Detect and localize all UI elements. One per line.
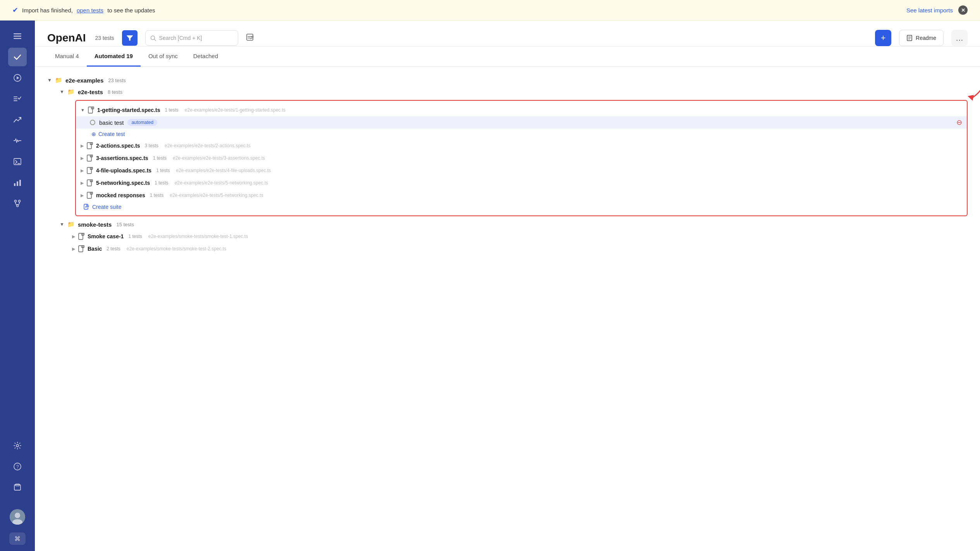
- file-path-basic: e2e-examples/smoke-tests/smoke-test-2.sp…: [127, 246, 226, 251]
- file-icon-2: [87, 142, 93, 149]
- test-basic-test[interactable]: basic test automated ⊖: [76, 116, 967, 129]
- sidebar-icon-pulse[interactable]: [8, 131, 27, 150]
- sidebar-icon-trending[interactable]: [8, 110, 27, 129]
- search-input[interactable]: Search [Cmd + K]: [145, 30, 238, 46]
- file-path-4: e2e-examples/e2e-tests/4-file-uploads.sp…: [176, 168, 271, 173]
- tab-detached[interactable]: Detached: [186, 46, 226, 67]
- file-count-3: 1 tests: [153, 155, 167, 161]
- svg-rect-45: [79, 246, 83, 252]
- svg-point-13: [15, 200, 17, 202]
- more-button[interactable]: …: [951, 30, 968, 46]
- file-icon-smoke-1: [78, 233, 84, 240]
- file-2-actions[interactable]: ▶ 2-actions.spec.ts 3 tests e2e-examples…: [76, 139, 967, 152]
- add-button[interactable]: +: [875, 30, 891, 46]
- svg-rect-35: [88, 107, 93, 113]
- file-count-mocked: 1 tests: [150, 193, 163, 198]
- svg-point-14: [19, 200, 21, 202]
- file-path-mocked: e2e-examples/e2e-tests/5-networking.spec…: [170, 193, 263, 198]
- file-count-1: 1 tests: [165, 107, 178, 113]
- tab-manual[interactable]: Manual 4: [47, 46, 87, 67]
- sidebar-icon-files[interactable]: [8, 478, 27, 497]
- svg-rect-37: [87, 155, 91, 161]
- file-path-5: e2e-examples/e2e-tests/5-networking.spec…: [175, 180, 268, 186]
- sidebar-icon-fork[interactable]: [8, 194, 27, 213]
- create-test-link[interactable]: ⊕ Create test: [76, 129, 967, 139]
- banner-close-button[interactable]: ✕: [958, 5, 968, 15]
- svg-marker-4: [17, 76, 19, 79]
- svg-rect-11: [17, 181, 18, 186]
- chevron-smoke-tests: ▼: [60, 222, 64, 227]
- chevron-5-networking: ▶: [81, 181, 84, 186]
- folder-icon-e2e-tests: 📁: [67, 88, 75, 95]
- chevron-4-uploads: ▶: [81, 168, 84, 173]
- chevron-e2e-examples: ▼: [47, 77, 52, 83]
- folder-e2e-examples[interactable]: ▼ 📁 e2e-examples 23 tests: [47, 74, 968, 86]
- folder-smoke-tests[interactable]: ▼ 📁 smoke-tests 15 tests: [60, 219, 968, 230]
- sidebar-icon-terminal[interactable]: [8, 152, 27, 171]
- folder-e2e-tests[interactable]: ▼ 📁 e2e-tests 8 tests: [60, 86, 968, 98]
- file-icon-3: [87, 155, 93, 162]
- svg-rect-1: [14, 36, 21, 37]
- chevron-e2e-tests: ▼: [60, 89, 64, 95]
- folder-icon-smoke-tests: 📁: [67, 221, 75, 228]
- tabs-bar: Manual 4 Automated 19 Out of sync Detach…: [35, 46, 980, 67]
- check-icon: ✔: [12, 6, 18, 14]
- svg-text:?: ?: [16, 464, 19, 470]
- file-3-assertions[interactable]: ▶ 3-assertions.spec.ts 1 tests e2e-examp…: [76, 152, 967, 164]
- user-avatar[interactable]: [10, 509, 25, 525]
- folder-icon-e2e-examples: 📁: [55, 77, 62, 84]
- svg-rect-36: [87, 143, 91, 149]
- file-basic[interactable]: ▶ Basic 2 tests e2e-examples/smoke-tests…: [67, 243, 968, 255]
- sidebar-icon-shortcut[interactable]: ⌘: [9, 532, 26, 545]
- create-test-label: Create test: [98, 131, 125, 137]
- test-name-basic: basic test: [99, 119, 124, 126]
- file-name-mocked: mocked responses: [96, 192, 145, 198]
- file-name-smoke-1: Smoke case-1: [88, 233, 124, 239]
- search-placeholder: Search [Cmd + K]: [159, 35, 202, 41]
- sidebar-icon-hamburger[interactable]: [8, 27, 27, 45]
- test-delete-button[interactable]: ⊖: [956, 118, 962, 127]
- chevron-mocked: ▶: [81, 193, 84, 198]
- file-5-networking[interactable]: ▶ 5-networking.spec.ts 1 tests e2e-examp…: [76, 177, 967, 189]
- file-smoke-case-1[interactable]: ▶ Smoke case-1 1 tests e2e-examples/smok…: [67, 230, 968, 243]
- file-path-1: e2e-examples/e2e-tests/1-getting-started…: [185, 107, 285, 113]
- highlight-box: ▼ 1-getting-started.spec.ts 1 tests e2e-…: [75, 100, 968, 216]
- svg-rect-40: [87, 192, 91, 198]
- main-content: OpenAI 23 tests Search [Cmd + K] + Readm…: [35, 21, 980, 551]
- file-mocked-responses[interactable]: ▶ mocked responses 1 tests e2e-examples/…: [76, 189, 967, 201]
- tab-automated[interactable]: Automated 19: [87, 46, 141, 67]
- filter-button[interactable]: [122, 30, 138, 46]
- sidebar-icon-help[interactable]: ?: [8, 457, 27, 476]
- file-1-getting-started[interactable]: ▼ 1-getting-started.spec.ts 1 tests e2e-…: [76, 104, 967, 116]
- file-count-smoke-1: 1 tests: [128, 234, 142, 239]
- chevron-1-getting-started: ▼: [81, 108, 85, 112]
- file-count-2: 3 tests: [145, 143, 158, 148]
- tab-out-of-sync[interactable]: Out of sync: [141, 46, 186, 67]
- file-icon-basic: [78, 245, 84, 252]
- svg-rect-2: [14, 38, 21, 39]
- sidebar-icon-play[interactable]: [8, 69, 27, 87]
- file-name-basic: Basic: [88, 246, 102, 252]
- create-suite-label: Create suite: [92, 204, 121, 210]
- svg-line-28: [154, 39, 156, 41]
- chevron-3-assertions: ▶: [81, 156, 84, 161]
- file-4-uploads[interactable]: ▶ 4-file-uploads.spec.ts 1 tests e2e-exa…: [76, 164, 967, 177]
- svg-rect-10: [14, 183, 15, 186]
- readme-button[interactable]: Readme: [899, 30, 944, 46]
- file-name-5: 5-networking.spec.ts: [96, 180, 150, 186]
- page-title: OpenAI: [47, 32, 86, 44]
- banner-right: See latest imports ✕: [906, 5, 968, 15]
- open-tests-link[interactable]: open tests: [77, 7, 103, 14]
- see-latest-imports-link[interactable]: See latest imports: [906, 7, 953, 14]
- svg-rect-39: [87, 180, 91, 186]
- sidebar-icon-list-check[interactable]: [8, 90, 27, 108]
- folder-name-e2e-tests: e2e-tests: [78, 89, 103, 95]
- create-suite-link[interactable]: Create suite: [76, 201, 967, 212]
- sidebar-icon-settings[interactable]: [8, 436, 27, 455]
- smoke-tests-container: ▼ 📁 smoke-tests 15 tests ▶ Smoke case-1 …: [60, 219, 968, 255]
- file-count-5: 1 tests: [155, 180, 168, 186]
- edit-icon[interactable]: [246, 33, 254, 43]
- file-icon-mocked: [87, 192, 93, 199]
- sidebar-icon-chart[interactable]: [8, 173, 27, 192]
- sidebar-icon-checkmark[interactable]: [8, 48, 27, 66]
